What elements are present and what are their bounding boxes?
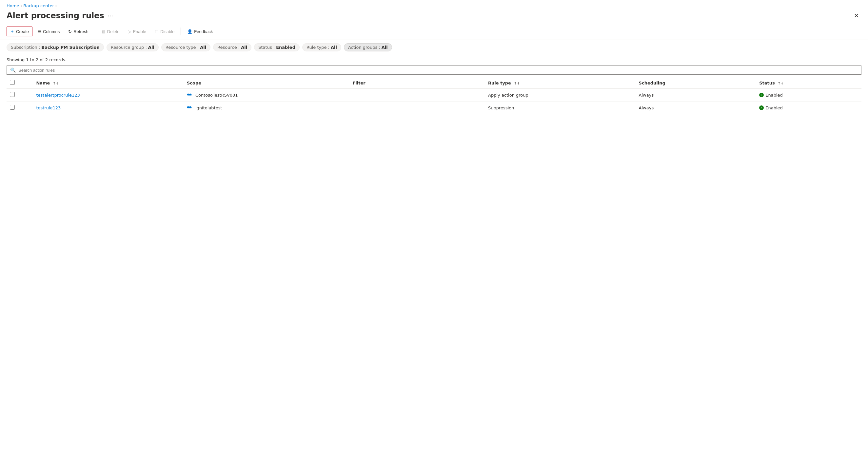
filter-rg-label: Resource group : [111,45,147,50]
breadcrumb-sep2: › [55,4,57,8]
filter-ruletype-label: Rule type : [307,45,330,50]
delete-button[interactable]: 🗑 Delete [98,27,123,36]
col-name[interactable]: Name ↑↓ [33,77,184,89]
enable-icon: ▷ [128,29,131,34]
refresh-button[interactable]: ↻ Refresh [65,27,92,36]
row-1-checkbox[interactable] [10,105,15,110]
feedback-label: Feedback [194,29,213,34]
row-0-checkbox[interactable] [10,92,15,97]
filter-subscription-value: Backup PM Subscription [41,45,100,50]
row-0-scope: ContosoTestRSV001 [184,89,349,101]
col-ruletype-sort-icon: ↑↓ [514,81,520,86]
row-1-checkbox-cell [6,101,33,114]
filter-r-value: All [241,45,247,50]
col-scope-label: Scope [187,80,201,86]
filter-resource-group[interactable]: Resource group : All [106,43,159,52]
filter-s-value: Enabled [276,45,296,50]
disable-icon: ☐ [155,29,159,34]
filter-ag-label: Action groups : [348,45,380,50]
table-header-row: Name ↑↓ Scope Filter Rule type ↑↓ Schedu… [6,77,862,89]
filter-rt-value: All [200,45,206,50]
filter-ag-value: All [381,45,388,50]
col-filter-label: Filter [352,80,365,86]
row-1-status-text: Enabled [766,105,783,110]
row-0-status-dot [759,93,764,97]
toolbar-separator-2 [181,28,181,35]
row-1-rule-type: Suppression [485,101,636,114]
col-scheduling[interactable]: Scheduling [636,77,756,89]
col-name-label: Name [36,80,50,86]
filter-s-label: Status : [258,45,275,50]
search-input-wrap: 🔍 [6,66,862,75]
filter-subscription-label: Subscription : [11,45,40,50]
search-icon: 🔍 [10,67,16,73]
page-header: Alert processing rules ··· ✕ [0,9,868,25]
row-1-scope: ignitelabtest [184,101,349,114]
col-status-sort-icon: ↑↓ [778,81,783,86]
row-0-name[interactable]: testalertprocrule123 [33,89,184,101]
row-0-cloud-icon [187,92,193,98]
filter-subscription[interactable]: Subscription : Backup PM Subscription [6,43,104,52]
disable-button[interactable]: ☐ Disable [151,27,178,36]
filter-resource-type[interactable]: Resource type : All [161,43,211,52]
row-0-filter [349,89,485,101]
refresh-icon: ↻ [68,29,72,34]
toolbar: ＋ Create ☰ Columns ↻ Refresh 🗑 Delete ▷ … [0,25,868,40]
filter-rt-label: Resource type : [165,45,199,50]
rules-table: Name ↑↓ Scope Filter Rule type ↑↓ Schedu… [6,77,862,114]
col-scope[interactable]: Scope [184,77,349,89]
col-rule-type[interactable]: Rule type ↑↓ [485,77,636,89]
create-button[interactable]: ＋ Create [6,27,32,36]
breadcrumb-home[interactable]: Home [6,3,19,8]
table-row: testalertprocrule123ContosoTestRSV001App… [6,89,862,101]
toolbar-separator-1 [95,28,95,35]
row-1-status-dot [759,105,764,110]
feedback-button[interactable]: 👤 Feedback [184,27,216,36]
breadcrumb-sep1: › [20,4,22,8]
col-status[interactable]: Status ↑↓ [756,77,862,89]
breadcrumb: Home › Backup center › [0,0,868,9]
breadcrumb-backup-center[interactable]: Backup center [23,3,54,8]
refresh-label: Refresh [73,29,89,34]
row-0-rule-type: Apply action group [485,89,636,101]
search-input[interactable] [18,68,858,73]
row-1-status: Enabled [756,101,862,114]
more-options-button[interactable]: ··· [107,12,113,19]
filter-rg-value: All [148,45,154,50]
create-label: Create [16,29,29,34]
table-row: testrule123ignitelabtestSuppressionAlway… [6,101,862,114]
row-0-status-text: Enabled [766,93,783,98]
row-1-name[interactable]: testrule123 [33,101,184,114]
col-filter[interactable]: Filter [349,77,485,89]
col-ruletype-label: Rule type [488,80,511,86]
columns-icon: ☰ [37,29,41,34]
plus-icon: ＋ [10,29,14,34]
row-0-name-link[interactable]: testalertprocrule123 [36,93,80,98]
col-scheduling-label: Scheduling [639,80,665,86]
close-button[interactable]: ✕ [851,11,862,21]
row-0-scope-text: ContosoTestRSV001 [195,93,238,98]
row-1-name-link[interactable]: testrule123 [36,105,61,110]
enable-label: Enable [133,29,146,34]
search-container: 🔍 [0,64,868,75]
row-1-filter [349,101,485,114]
col-status-label: Status [759,80,775,86]
delete-icon: 🗑 [101,29,105,34]
table-container: Name ↑↓ Scope Filter Rule type ↑↓ Schedu… [0,77,868,114]
filter-resource[interactable]: Resource : All [213,43,251,52]
filter-action-groups[interactable]: Action groups : All [344,43,392,52]
col-name-sort-icon: ↑↓ [53,81,59,86]
row-0-status: Enabled [756,89,862,101]
filter-status[interactable]: Status : Enabled [254,43,300,52]
filter-rule-type[interactable]: Rule type : All [302,43,341,52]
columns-label: Columns [43,29,60,34]
feedback-icon: 👤 [187,29,192,34]
enable-button[interactable]: ▷ Enable [124,27,150,36]
select-all-checkbox[interactable] [10,80,15,85]
row-0-checkbox-cell [6,89,33,101]
select-all-header[interactable] [6,77,33,89]
delete-label: Delete [107,29,120,34]
filter-r-label: Resource : [217,45,240,50]
columns-button[interactable]: ☰ Columns [34,27,63,36]
row-1-scope-text: ignitelabtest [195,105,222,110]
